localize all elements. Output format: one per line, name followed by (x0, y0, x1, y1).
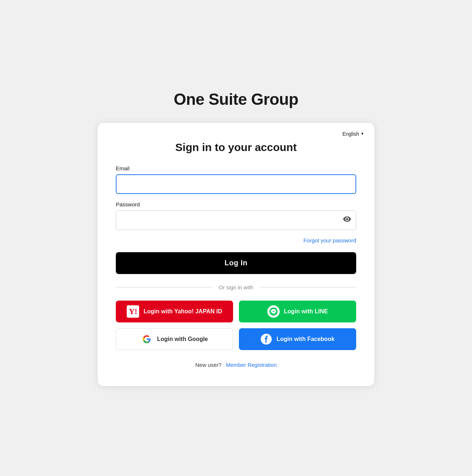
forgot-password-link[interactable]: Forgot your password (303, 237, 356, 243)
yahoo-login-button[interactable]: Y! Login with Yahoo! JAPAN ID (116, 301, 233, 322)
language-label: English (342, 131, 359, 137)
register-prompt: New user? (195, 362, 221, 368)
divider-line-right (259, 287, 356, 287)
line-icon (267, 305, 280, 318)
password-wrapper (116, 210, 356, 230)
facebook-login-button[interactable]: Login with Facebook (239, 328, 356, 350)
divider-text: Or sign in with (219, 284, 253, 290)
member-registration-link[interactable]: Member Registration (226, 362, 277, 368)
yahoo-login-label: Login with Yahoo! JAPAN ID (143, 308, 222, 315)
eye-icon[interactable] (343, 216, 351, 224)
yahoo-icon: Y! (127, 305, 139, 318)
forgot-password-row: Forgot your password (116, 237, 356, 243)
chevron-down-icon: ▼ (361, 132, 364, 136)
page-wrapper: One Suite Group English ▼ Sign in to you… (0, 68, 472, 408)
language-selector[interactable]: English ▼ (342, 131, 364, 137)
password-group: Password (116, 201, 356, 230)
login-button[interactable]: Log In (116, 252, 356, 274)
email-group: Email (116, 165, 356, 194)
divider: Or sign in with (116, 284, 356, 290)
app-title: One Suite Group (174, 90, 298, 108)
facebook-icon (260, 333, 272, 345)
divider-line-left (116, 287, 213, 287)
facebook-login-label: Login with Facebook (276, 336, 334, 342)
google-login-label: Login with Google (157, 336, 208, 342)
line-login-label: Login with LINE (284, 308, 328, 315)
email-label: Email (116, 165, 356, 171)
email-input[interactable] (116, 174, 356, 194)
card-heading: Sign in to your account (116, 141, 356, 154)
google-icon (141, 333, 153, 345)
google-login-button[interactable]: Login with Google (116, 328, 233, 350)
password-label: Password (116, 201, 356, 207)
register-row: New user? Member Registration (116, 362, 356, 368)
line-login-button[interactable]: Login with LINE (239, 301, 356, 322)
password-input[interactable] (116, 210, 356, 230)
login-card: English ▼ Sign in to your account Email … (98, 123, 374, 386)
social-buttons-grid: Y! Login with Yahoo! JAPAN ID Login with… (116, 301, 356, 350)
